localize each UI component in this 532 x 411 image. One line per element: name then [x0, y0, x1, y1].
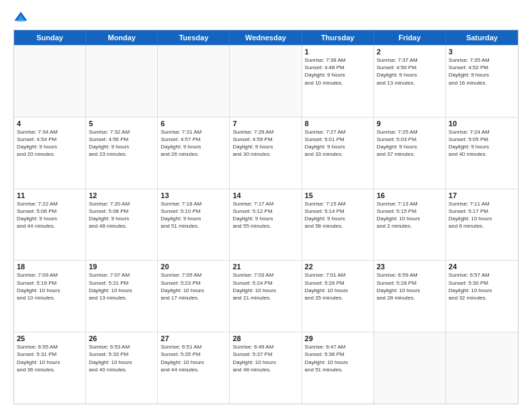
day-info: Sunrise: 7:13 AMSunset: 5:15 PMDaylight:…	[377, 200, 443, 230]
day-info: Sunrise: 7:37 AMSunset: 4:50 PMDaylight:…	[377, 56, 443, 87]
calendar-cell: 2Sunrise: 7:37 AMSunset: 4:50 PMDaylight…	[374, 46, 446, 117]
calendar-cell	[374, 332, 446, 404]
day-info: Sunrise: 7:27 AMSunset: 5:01 PMDaylight:…	[305, 128, 371, 158]
calendar-cell	[86, 46, 158, 117]
logo-icon	[13, 11, 28, 26]
calendar-cell: 23Sunrise: 6:59 AMSunset: 5:28 PMDayligh…	[374, 261, 446, 332]
day-number: 17	[449, 191, 515, 199]
header	[13, 11, 519, 26]
page: SundayMondayTuesdayWednesdayThursdayFrid…	[0, 0, 532, 411]
day-number: 11	[17, 191, 83, 199]
calendar-cell: 12Sunrise: 7:20 AMSunset: 5:08 PMDayligh…	[86, 189, 158, 261]
calendar-cell: 21Sunrise: 7:03 AMSunset: 5:24 PMDayligh…	[230, 261, 302, 332]
day-info: Sunrise: 7:18 AMSunset: 5:10 PMDaylight:…	[161, 200, 226, 230]
calendar-cell: 8Sunrise: 7:27 AMSunset: 5:01 PMDaylight…	[302, 118, 374, 189]
calendar-cell	[446, 332, 518, 404]
calendar-cell: 22Sunrise: 7:01 AMSunset: 5:26 PMDayligh…	[302, 261, 374, 332]
day-info: Sunrise: 6:59 AMSunset: 5:28 PMDaylight:…	[377, 271, 443, 302]
day-info: Sunrise: 7:32 AMSunset: 4:56 PMDaylight:…	[89, 128, 154, 158]
day-number: 1	[305, 48, 371, 56]
day-number: 10	[449, 120, 515, 128]
calendar-cell: 16Sunrise: 7:13 AMSunset: 5:15 PMDayligh…	[374, 189, 446, 261]
calendar-cell	[14, 46, 86, 117]
header-day-tuesday: Tuesday	[158, 30, 230, 45]
calendar-cell: 9Sunrise: 7:25 AMSunset: 5:03 PMDaylight…	[374, 118, 446, 189]
calendar-cell: 17Sunrise: 7:11 AMSunset: 5:17 PMDayligh…	[446, 189, 518, 261]
day-info: Sunrise: 7:15 AMSunset: 5:14 PMDaylight:…	[305, 200, 371, 230]
day-number: 22	[305, 263, 371, 271]
day-number: 13	[161, 191, 226, 199]
calendar-cell: 10Sunrise: 7:24 AMSunset: 5:05 PMDayligh…	[446, 118, 518, 189]
day-info: Sunrise: 6:51 AMSunset: 5:35 PMDaylight:…	[161, 343, 226, 373]
day-number: 2	[377, 48, 443, 56]
day-number: 24	[449, 263, 515, 271]
calendar-cell: 11Sunrise: 7:22 AMSunset: 5:06 PMDayligh…	[14, 189, 86, 261]
day-info: Sunrise: 7:38 AMSunset: 4:48 PMDaylight:…	[305, 56, 371, 87]
day-number: 18	[17, 263, 83, 271]
calendar-cell	[230, 46, 302, 117]
day-number: 21	[232, 263, 298, 271]
header-day-thursday: Thursday	[302, 30, 374, 45]
header-day-friday: Friday	[374, 30, 446, 45]
day-info: Sunrise: 7:25 AMSunset: 5:03 PMDaylight:…	[377, 128, 443, 158]
day-number: 23	[377, 263, 443, 271]
calendar-body: 1Sunrise: 7:38 AMSunset: 4:48 PMDaylight…	[14, 45, 518, 404]
calendar-cell: 19Sunrise: 7:07 AMSunset: 5:21 PMDayligh…	[86, 261, 158, 332]
calendar-header: SundayMondayTuesdayWednesdayThursdayFrid…	[14, 30, 518, 45]
day-number: 14	[232, 191, 298, 199]
calendar-cell: 27Sunrise: 6:51 AMSunset: 5:35 PMDayligh…	[158, 332, 230, 404]
day-number: 3	[449, 48, 515, 56]
header-day-monday: Monday	[86, 30, 158, 45]
calendar-cell: 26Sunrise: 6:53 AMSunset: 5:33 PMDayligh…	[86, 332, 158, 404]
day-number: 4	[17, 120, 83, 128]
day-number: 15	[305, 191, 371, 199]
day-info: Sunrise: 7:03 AMSunset: 5:24 PMDaylight:…	[232, 271, 298, 302]
day-number: 20	[161, 263, 226, 271]
day-info: Sunrise: 6:49 AMSunset: 5:37 PMDaylight:…	[232, 343, 298, 373]
day-info: Sunrise: 6:53 AMSunset: 5:33 PMDaylight:…	[89, 343, 154, 373]
day-info: Sunrise: 7:17 AMSunset: 5:12 PMDaylight:…	[232, 200, 298, 230]
calendar-cell: 18Sunrise: 7:09 AMSunset: 5:19 PMDayligh…	[14, 261, 86, 332]
calendar-cell: 24Sunrise: 6:57 AMSunset: 5:30 PMDayligh…	[446, 261, 518, 332]
day-number: 19	[89, 263, 154, 271]
calendar-cell: 1Sunrise: 7:38 AMSunset: 4:48 PMDaylight…	[302, 46, 374, 117]
day-number: 28	[232, 334, 298, 342]
day-info: Sunrise: 6:57 AMSunset: 5:30 PMDaylight:…	[449, 271, 515, 302]
calendar-cell: 5Sunrise: 7:32 AMSunset: 4:56 PMDaylight…	[86, 118, 158, 189]
day-info: Sunrise: 7:11 AMSunset: 5:17 PMDaylight:…	[449, 200, 515, 230]
calendar-cell: 20Sunrise: 7:05 AMSunset: 5:23 PMDayligh…	[158, 261, 230, 332]
calendar-cell: 3Sunrise: 7:35 AMSunset: 4:52 PMDaylight…	[446, 46, 518, 117]
day-info: Sunrise: 7:20 AMSunset: 5:08 PMDaylight:…	[89, 200, 154, 230]
calendar-cell: 13Sunrise: 7:18 AMSunset: 5:10 PMDayligh…	[158, 189, 230, 261]
day-info: Sunrise: 7:35 AMSunset: 4:52 PMDaylight:…	[449, 56, 515, 87]
day-number: 16	[377, 191, 443, 199]
calendar-cell	[158, 46, 230, 117]
logo	[13, 11, 31, 26]
day-info: Sunrise: 7:07 AMSunset: 5:21 PMDaylight:…	[89, 271, 154, 302]
calendar-week-5: 25Sunrise: 6:55 AMSunset: 5:31 PMDayligh…	[14, 332, 518, 404]
day-info: Sunrise: 7:01 AMSunset: 5:26 PMDaylight:…	[305, 271, 371, 302]
day-number: 8	[305, 120, 371, 128]
day-info: Sunrise: 7:24 AMSunset: 5:05 PMDaylight:…	[449, 128, 515, 158]
day-number: 6	[161, 120, 226, 128]
day-info: Sunrise: 7:29 AMSunset: 4:59 PMDaylight:…	[232, 128, 298, 158]
day-number: 9	[377, 120, 443, 128]
calendar: SundayMondayTuesdayWednesdayThursdayFrid…	[13, 30, 519, 404]
header-day-saturday: Saturday	[446, 30, 518, 45]
calendar-cell: 6Sunrise: 7:31 AMSunset: 4:57 PMDaylight…	[158, 118, 230, 189]
calendar-week-2: 4Sunrise: 7:34 AMSunset: 4:54 PMDaylight…	[14, 117, 518, 189]
day-number: 27	[161, 334, 226, 342]
calendar-week-4: 18Sunrise: 7:09 AMSunset: 5:19 PMDayligh…	[14, 260, 518, 332]
header-day-wednesday: Wednesday	[230, 30, 302, 45]
day-number: 26	[89, 334, 154, 342]
day-number: 29	[305, 334, 371, 342]
day-info: Sunrise: 7:05 AMSunset: 5:23 PMDaylight:…	[161, 271, 226, 302]
day-info: Sunrise: 7:34 AMSunset: 4:54 PMDaylight:…	[17, 128, 83, 158]
day-number: 25	[17, 334, 83, 342]
day-info: Sunrise: 7:22 AMSunset: 5:06 PMDaylight:…	[17, 200, 83, 230]
day-info: Sunrise: 7:09 AMSunset: 5:19 PMDaylight:…	[17, 271, 83, 302]
calendar-cell: 7Sunrise: 7:29 AMSunset: 4:59 PMDaylight…	[230, 118, 302, 189]
calendar-cell: 4Sunrise: 7:34 AMSunset: 4:54 PMDaylight…	[14, 118, 86, 189]
day-number: 7	[232, 120, 298, 128]
day-info: Sunrise: 7:31 AMSunset: 4:57 PMDaylight:…	[161, 128, 226, 158]
